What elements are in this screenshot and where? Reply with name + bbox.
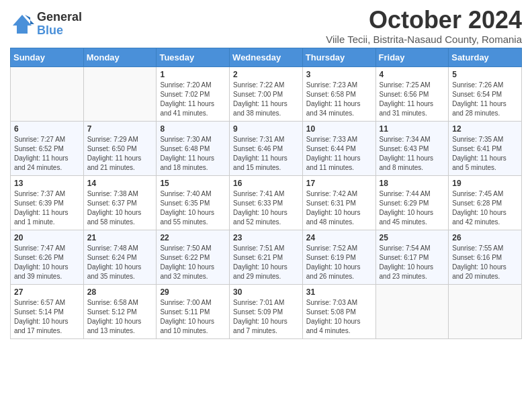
day-info: Sunrise: 7:01 AM Sunset: 5:09 PM Dayligh… [233, 298, 299, 336]
column-header-sunday: Sunday [11, 48, 84, 66]
day-number: 15 [160, 179, 226, 188]
day-number: 6 [14, 124, 80, 134]
day-number: 22 [160, 233, 226, 242]
month-title: October 2024 [326, 7, 522, 34]
calendar-cell: 25Sunrise: 7:54 AM Sunset: 6:17 PM Dayli… [375, 230, 449, 284]
calendar-cell: 29Sunrise: 7:00 AM Sunset: 5:11 PM Dayli… [157, 284, 230, 338]
day-number: 3 [306, 70, 372, 79]
day-number: 18 [380, 179, 445, 188]
day-number: 31 [306, 287, 372, 297]
day-number: 12 [452, 124, 518, 134]
day-info: Sunrise: 7:27 AM Sunset: 6:52 PM Dayligh… [14, 135, 80, 173]
day-number: 23 [233, 233, 299, 242]
calendar-cell: 14Sunrise: 7:38 AM Sunset: 6:37 PM Dayli… [83, 175, 157, 230]
calendar-cell: 15Sunrise: 7:40 AM Sunset: 6:35 PM Dayli… [157, 175, 230, 230]
calendar-cell: 17Sunrise: 7:42 AM Sunset: 6:31 PM Dayli… [302, 175, 375, 230]
day-number: 24 [306, 233, 372, 242]
calendar-cell: 12Sunrise: 7:35 AM Sunset: 6:41 PM Dayli… [449, 121, 522, 175]
day-number: 21 [87, 233, 153, 242]
calendar-body: 1Sunrise: 7:20 AM Sunset: 7:02 PM Daylig… [11, 66, 522, 338]
day-info: Sunrise: 7:54 AM Sunset: 6:17 PM Dayligh… [380, 244, 445, 281]
calendar-cell: 11Sunrise: 7:34 AM Sunset: 6:43 PM Dayli… [375, 121, 449, 175]
day-info: Sunrise: 7:34 AM Sunset: 6:43 PM Dayligh… [380, 135, 445, 173]
day-info: Sunrise: 7:41 AM Sunset: 6:33 PM Dayligh… [233, 189, 299, 227]
day-info: Sunrise: 7:31 AM Sunset: 6:46 PM Dayligh… [233, 135, 299, 173]
location-subtitle: Viile Tecii, Bistrita-Nasaud County, Rom… [326, 34, 522, 45]
day-number: 13 [14, 179, 80, 188]
day-number: 11 [380, 124, 445, 134]
day-number: 4 [380, 70, 445, 79]
day-number: 8 [160, 124, 226, 134]
day-info: Sunrise: 7:47 AM Sunset: 6:26 PM Dayligh… [14, 244, 80, 281]
calendar-cell [83, 66, 157, 121]
title-block: October 2024 Viile Tecii, Bistrita-Nasau… [326, 7, 522, 45]
calendar-cell: 31Sunrise: 7:03 AM Sunset: 5:08 PM Dayli… [302, 284, 375, 338]
logo-icon [10, 12, 34, 36]
logo: General Blue [10, 11, 82, 38]
calendar-cell: 19Sunrise: 7:45 AM Sunset: 6:28 PM Dayli… [449, 175, 522, 230]
page-header: General Blue October 2024 Viile Tecii, B… [10, 7, 522, 45]
calendar-cell: 8Sunrise: 7:30 AM Sunset: 6:48 PM Daylig… [157, 121, 230, 175]
calendar-cell [375, 284, 449, 338]
column-header-tuesday: Tuesday [157, 48, 230, 66]
calendar-header: SundayMondayTuesdayWednesdayThursdayFrid… [11, 48, 522, 66]
logo-blue-text: Blue [37, 24, 82, 38]
column-header-saturday: Saturday [449, 48, 522, 66]
day-number: 9 [233, 124, 299, 134]
calendar-cell: 10Sunrise: 7:33 AM Sunset: 6:44 PM Dayli… [302, 121, 375, 175]
calendar-cell: 26Sunrise: 7:55 AM Sunset: 6:16 PM Dayli… [449, 230, 522, 284]
calendar-cell: 3Sunrise: 7:23 AM Sunset: 6:58 PM Daylig… [302, 66, 375, 121]
column-header-friday: Friday [375, 48, 449, 66]
day-info: Sunrise: 7:40 AM Sunset: 6:35 PM Dayligh… [160, 189, 226, 227]
logo-general-text: General [37, 11, 82, 24]
calendar-table: SundayMondayTuesdayWednesdayThursdayFrid… [10, 48, 522, 339]
column-header-monday: Monday [83, 48, 157, 66]
day-info: Sunrise: 7:29 AM Sunset: 6:50 PM Dayligh… [87, 135, 153, 173]
day-number: 19 [452, 179, 518, 188]
day-info: Sunrise: 7:35 AM Sunset: 6:41 PM Dayligh… [452, 135, 518, 173]
day-info: Sunrise: 7:38 AM Sunset: 6:37 PM Dayligh… [87, 189, 153, 227]
calendar-cell: 23Sunrise: 7:51 AM Sunset: 6:21 PM Dayli… [230, 230, 303, 284]
day-info: Sunrise: 7:33 AM Sunset: 6:44 PM Dayligh… [306, 135, 372, 173]
day-info: Sunrise: 7:03 AM Sunset: 5:08 PM Dayligh… [306, 298, 372, 336]
day-info: Sunrise: 7:52 AM Sunset: 6:19 PM Dayligh… [306, 244, 372, 281]
day-number: 14 [87, 179, 153, 188]
day-info: Sunrise: 7:22 AM Sunset: 7:00 PM Dayligh… [233, 81, 299, 118]
day-info: Sunrise: 7:55 AM Sunset: 6:16 PM Dayligh… [452, 244, 518, 281]
calendar-cell: 13Sunrise: 7:37 AM Sunset: 6:39 PM Dayli… [11, 175, 84, 230]
column-header-thursday: Thursday [302, 48, 375, 66]
day-info: Sunrise: 7:23 AM Sunset: 6:58 PM Dayligh… [306, 81, 372, 118]
day-info: Sunrise: 7:26 AM Sunset: 6:54 PM Dayligh… [452, 81, 518, 118]
calendar-cell: 21Sunrise: 7:48 AM Sunset: 6:24 PM Dayli… [83, 230, 157, 284]
day-info: Sunrise: 7:20 AM Sunset: 7:02 PM Dayligh… [160, 81, 226, 118]
day-info: Sunrise: 7:44 AM Sunset: 6:29 PM Dayligh… [380, 189, 445, 227]
calendar-cell: 16Sunrise: 7:41 AM Sunset: 6:33 PM Dayli… [230, 175, 303, 230]
day-number: 1 [160, 70, 226, 79]
day-number: 7 [87, 124, 153, 134]
day-info: Sunrise: 7:37 AM Sunset: 6:39 PM Dayligh… [14, 189, 80, 227]
calendar-cell: 28Sunrise: 6:58 AM Sunset: 5:12 PM Dayli… [83, 284, 157, 338]
day-number: 16 [233, 179, 299, 188]
calendar-cell: 7Sunrise: 7:29 AM Sunset: 6:50 PM Daylig… [83, 121, 157, 175]
day-number: 29 [160, 287, 226, 297]
day-number: 5 [452, 70, 518, 79]
calendar-cell: 1Sunrise: 7:20 AM Sunset: 7:02 PM Daylig… [157, 66, 230, 121]
calendar-cell: 30Sunrise: 7:01 AM Sunset: 5:09 PM Dayli… [230, 284, 303, 338]
day-number: 28 [87, 287, 153, 297]
day-info: Sunrise: 7:51 AM Sunset: 6:21 PM Dayligh… [233, 244, 299, 281]
day-number: 10 [306, 124, 372, 134]
calendar-week-5: 27Sunrise: 6:57 AM Sunset: 5:14 PM Dayli… [11, 284, 522, 338]
calendar-cell: 9Sunrise: 7:31 AM Sunset: 6:46 PM Daylig… [230, 121, 303, 175]
day-info: Sunrise: 7:00 AM Sunset: 5:11 PM Dayligh… [160, 298, 226, 336]
calendar-week-1: 1Sunrise: 7:20 AM Sunset: 7:02 PM Daylig… [11, 66, 522, 121]
calendar-cell: 24Sunrise: 7:52 AM Sunset: 6:19 PM Dayli… [302, 230, 375, 284]
day-number: 25 [380, 233, 445, 242]
day-number: 17 [306, 179, 372, 188]
calendar-cell: 27Sunrise: 6:57 AM Sunset: 5:14 PM Dayli… [11, 284, 84, 338]
day-info: Sunrise: 7:50 AM Sunset: 6:22 PM Dayligh… [160, 244, 226, 281]
column-header-wednesday: Wednesday [230, 48, 303, 66]
day-info: Sunrise: 7:30 AM Sunset: 6:48 PM Dayligh… [160, 135, 226, 173]
day-info: Sunrise: 7:25 AM Sunset: 6:56 PM Dayligh… [380, 81, 445, 118]
header-row: SundayMondayTuesdayWednesdayThursdayFrid… [11, 48, 522, 66]
day-info: Sunrise: 7:48 AM Sunset: 6:24 PM Dayligh… [87, 244, 153, 281]
